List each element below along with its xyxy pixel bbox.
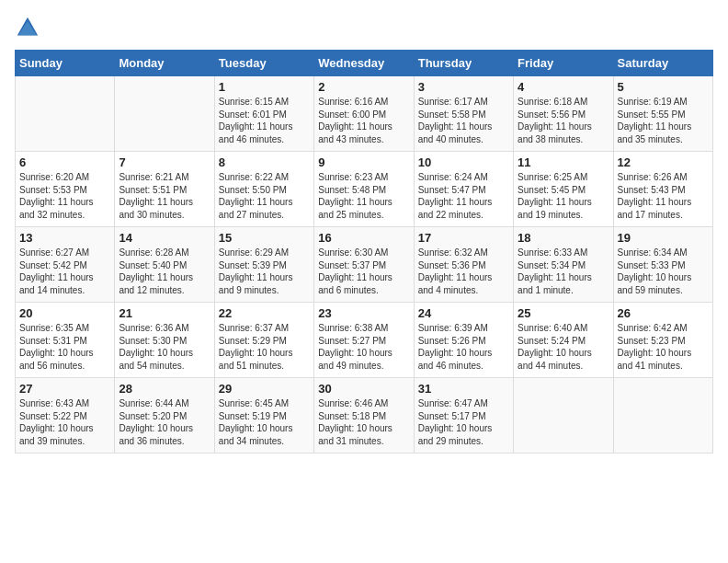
day-number: 7 xyxy=(119,155,210,169)
calendar-cell xyxy=(16,76,115,152)
day-number: 6 xyxy=(19,155,110,169)
calendar-cell: 22Sunrise: 6:37 AM Sunset: 5:29 PM Dayli… xyxy=(214,303,313,378)
cell-content: Sunrise: 6:32 AM Sunset: 5:36 PM Dayligh… xyxy=(418,247,509,296)
weekday-header-monday: Monday xyxy=(115,51,214,76)
day-number: 27 xyxy=(19,382,110,396)
day-number: 31 xyxy=(418,382,509,396)
cell-content: Sunrise: 6:33 AM Sunset: 5:34 PM Dayligh… xyxy=(518,247,609,296)
cell-content: Sunrise: 6:17 AM Sunset: 5:58 PM Dayligh… xyxy=(418,96,509,145)
logo xyxy=(15,15,44,40)
calendar-cell: 31Sunrise: 6:47 AM Sunset: 5:17 PM Dayli… xyxy=(414,378,513,454)
day-number: 20 xyxy=(19,306,110,320)
calendar-cell: 8Sunrise: 6:22 AM Sunset: 5:50 PM Daylig… xyxy=(214,152,313,227)
day-number: 8 xyxy=(219,155,310,169)
calendar-cell xyxy=(613,378,712,454)
week-row-1: 1Sunrise: 6:15 AM Sunset: 6:01 PM Daylig… xyxy=(16,76,713,152)
day-number: 23 xyxy=(318,306,409,320)
day-number: 24 xyxy=(418,306,509,320)
cell-content: Sunrise: 6:16 AM Sunset: 6:00 PM Dayligh… xyxy=(318,96,409,145)
calendar-table: SundayMondayTuesdayWednesdayThursdayFrid… xyxy=(15,50,713,454)
cell-content: Sunrise: 6:25 AM Sunset: 5:45 PM Dayligh… xyxy=(518,171,609,221)
day-number: 19 xyxy=(618,231,709,245)
cell-content: Sunrise: 6:19 AM Sunset: 5:55 PM Dayligh… xyxy=(618,96,709,145)
cell-content: Sunrise: 6:28 AM Sunset: 5:40 PM Dayligh… xyxy=(119,247,210,296)
cell-content: Sunrise: 6:42 AM Sunset: 5:23 PM Dayligh… xyxy=(618,322,709,372)
day-number: 26 xyxy=(618,306,709,320)
week-row-3: 13Sunrise: 6:27 AM Sunset: 5:42 PM Dayli… xyxy=(16,227,713,303)
cell-content: Sunrise: 6:44 AM Sunset: 5:20 PM Dayligh… xyxy=(119,397,210,447)
day-number: 14 xyxy=(119,231,210,245)
day-number: 29 xyxy=(219,382,310,396)
calendar-cell: 21Sunrise: 6:36 AM Sunset: 5:30 PM Dayli… xyxy=(115,303,214,378)
calendar-cell: 15Sunrise: 6:29 AM Sunset: 5:39 PM Dayli… xyxy=(214,227,313,303)
day-number: 5 xyxy=(618,80,709,94)
cell-content: Sunrise: 6:30 AM Sunset: 5:37 PM Dayligh… xyxy=(318,247,409,296)
cell-content: Sunrise: 6:18 AM Sunset: 5:56 PM Dayligh… xyxy=(518,96,609,145)
calendar-cell: 20Sunrise: 6:35 AM Sunset: 5:31 PM Dayli… xyxy=(16,303,115,378)
calendar-cell: 10Sunrise: 6:24 AM Sunset: 5:47 PM Dayli… xyxy=(414,152,513,227)
cell-content: Sunrise: 6:34 AM Sunset: 5:33 PM Dayligh… xyxy=(618,247,709,296)
calendar-cell: 30Sunrise: 6:46 AM Sunset: 5:18 PM Dayli… xyxy=(314,378,414,454)
cell-content: Sunrise: 6:27 AM Sunset: 5:42 PM Dayligh… xyxy=(19,247,110,296)
day-number: 25 xyxy=(518,306,609,320)
day-number: 10 xyxy=(418,155,509,169)
day-number: 28 xyxy=(119,382,210,396)
cell-content: Sunrise: 6:15 AM Sunset: 6:01 PM Dayligh… xyxy=(219,96,310,145)
cell-content: Sunrise: 6:23 AM Sunset: 5:48 PM Dayligh… xyxy=(318,171,409,221)
calendar-cell: 13Sunrise: 6:27 AM Sunset: 5:42 PM Dayli… xyxy=(16,227,115,303)
calendar-cell: 16Sunrise: 6:30 AM Sunset: 5:37 PM Dayli… xyxy=(314,227,414,303)
day-number: 4 xyxy=(518,80,609,94)
weekday-header-sunday: Sunday xyxy=(16,51,115,76)
calendar-cell: 28Sunrise: 6:44 AM Sunset: 5:20 PM Dayli… xyxy=(115,378,214,454)
week-row-2: 6Sunrise: 6:20 AM Sunset: 5:53 PM Daylig… xyxy=(16,152,713,227)
cell-content: Sunrise: 6:40 AM Sunset: 5:24 PM Dayligh… xyxy=(518,322,609,372)
calendar-cell: 1Sunrise: 6:15 AM Sunset: 6:01 PM Daylig… xyxy=(214,76,313,152)
cell-content: Sunrise: 6:45 AM Sunset: 5:19 PM Dayligh… xyxy=(219,397,310,447)
cell-content: Sunrise: 6:29 AM Sunset: 5:39 PM Dayligh… xyxy=(219,247,310,296)
calendar-cell: 19Sunrise: 6:34 AM Sunset: 5:33 PM Dayli… xyxy=(613,227,712,303)
day-number: 22 xyxy=(219,306,310,320)
day-number: 30 xyxy=(318,382,409,396)
cell-content: Sunrise: 6:22 AM Sunset: 5:50 PM Dayligh… xyxy=(219,171,310,221)
day-number: 13 xyxy=(19,231,110,245)
cell-content: Sunrise: 6:47 AM Sunset: 5:17 PM Dayligh… xyxy=(418,397,509,447)
calendar-cell xyxy=(115,76,214,152)
svg-marker-1 xyxy=(18,21,37,35)
calendar-cell: 26Sunrise: 6:42 AM Sunset: 5:23 PM Dayli… xyxy=(613,303,712,378)
calendar-cell: 24Sunrise: 6:39 AM Sunset: 5:26 PM Dayli… xyxy=(414,303,513,378)
cell-content: Sunrise: 6:26 AM Sunset: 5:43 PM Dayligh… xyxy=(618,171,709,221)
calendar-cell: 2Sunrise: 6:16 AM Sunset: 6:00 PM Daylig… xyxy=(314,76,414,152)
cell-content: Sunrise: 6:20 AM Sunset: 5:53 PM Dayligh… xyxy=(19,171,110,221)
weekday-header-wednesday: Wednesday xyxy=(314,51,414,76)
calendar-cell: 7Sunrise: 6:21 AM Sunset: 5:51 PM Daylig… xyxy=(115,152,214,227)
cell-content: Sunrise: 6:39 AM Sunset: 5:26 PM Dayligh… xyxy=(418,322,509,372)
calendar-cell: 9Sunrise: 6:23 AM Sunset: 5:48 PM Daylig… xyxy=(314,152,414,227)
cell-content: Sunrise: 6:43 AM Sunset: 5:22 PM Dayligh… xyxy=(19,397,110,447)
weekday-header-row: SundayMondayTuesdayWednesdayThursdayFrid… xyxy=(16,51,713,76)
cell-content: Sunrise: 6:36 AM Sunset: 5:30 PM Dayligh… xyxy=(119,322,210,372)
weekday-header-thursday: Thursday xyxy=(414,51,513,76)
day-number: 2 xyxy=(318,80,409,94)
cell-content: Sunrise: 6:24 AM Sunset: 5:47 PM Dayligh… xyxy=(418,171,509,221)
week-row-5: 27Sunrise: 6:43 AM Sunset: 5:22 PM Dayli… xyxy=(16,378,713,454)
cell-content: Sunrise: 6:21 AM Sunset: 5:51 PM Dayligh… xyxy=(119,171,210,221)
calendar-cell: 29Sunrise: 6:45 AM Sunset: 5:19 PM Dayli… xyxy=(214,378,313,454)
day-number: 9 xyxy=(318,155,409,169)
day-number: 16 xyxy=(318,231,409,245)
calendar-cell: 5Sunrise: 6:19 AM Sunset: 5:55 PM Daylig… xyxy=(613,76,712,152)
calendar-cell: 6Sunrise: 6:20 AM Sunset: 5:53 PM Daylig… xyxy=(16,152,115,227)
calendar-cell xyxy=(514,378,613,454)
weekday-header-tuesday: Tuesday xyxy=(214,51,313,76)
day-number: 3 xyxy=(418,80,509,94)
weekday-header-friday: Friday xyxy=(514,51,613,76)
calendar-cell: 3Sunrise: 6:17 AM Sunset: 5:58 PM Daylig… xyxy=(414,76,513,152)
calendar-cell: 27Sunrise: 6:43 AM Sunset: 5:22 PM Dayli… xyxy=(16,378,115,454)
calendar-cell: 17Sunrise: 6:32 AM Sunset: 5:36 PM Dayli… xyxy=(414,227,513,303)
calendar-cell: 25Sunrise: 6:40 AM Sunset: 5:24 PM Dayli… xyxy=(514,303,613,378)
weekday-header-saturday: Saturday xyxy=(613,51,712,76)
cell-content: Sunrise: 6:35 AM Sunset: 5:31 PM Dayligh… xyxy=(19,322,110,372)
calendar-cell: 12Sunrise: 6:26 AM Sunset: 5:43 PM Dayli… xyxy=(613,152,712,227)
day-number: 15 xyxy=(219,231,310,245)
calendar-cell: 18Sunrise: 6:33 AM Sunset: 5:34 PM Dayli… xyxy=(514,227,613,303)
cell-content: Sunrise: 6:37 AM Sunset: 5:29 PM Dayligh… xyxy=(219,322,310,372)
